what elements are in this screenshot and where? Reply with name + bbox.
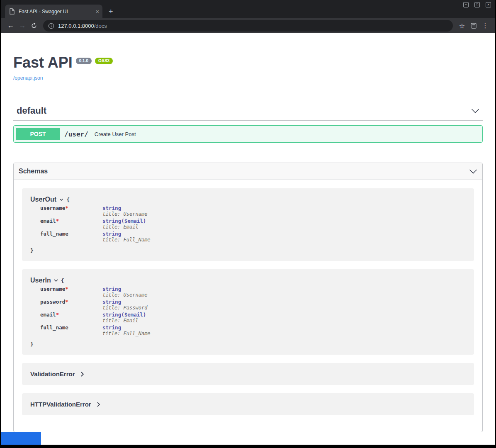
property-row: full_name string title: Full_Name xyxy=(40,231,151,244)
tab-title: Fast API - Swagger UI xyxy=(19,9,93,15)
titlebar: − □ × Fast API - Swagger UI × + xyxy=(1,0,495,18)
schemas-header[interactable]: Schemas xyxy=(14,163,482,180)
property-row: username* string title: Username xyxy=(40,205,151,218)
property-type: string xyxy=(102,205,121,211)
browser-window: − □ × Fast API - Swagger UI × + ← → xyxy=(1,0,495,445)
required-star: * xyxy=(56,312,59,318)
required-star: * xyxy=(65,205,68,211)
model-userin-header[interactable]: UserIn { xyxy=(30,277,466,284)
address-bar[interactable]: 127.0.0.1:8000/docs xyxy=(43,20,453,32)
oas3-badge: OAS3 xyxy=(95,58,113,64)
property-row: email* string($email) title: Email xyxy=(40,218,151,231)
model-properties: username* string title: Username email* … xyxy=(40,205,151,244)
version-badge: 0.1.0 xyxy=(76,58,92,64)
api-header: Fast API0.1.0OAS3 /openapi.json xyxy=(13,54,483,81)
browser-tab[interactable]: Fast API - Swagger UI × xyxy=(5,5,102,18)
model-httpvalidationerror[interactable]: HTTPValidationError xyxy=(22,393,474,415)
forward-icon[interactable]: → xyxy=(17,20,28,32)
property-title: title: Full_Name xyxy=(102,237,151,243)
browser-menu-icon[interactable]: ⋮ xyxy=(479,20,491,32)
property-name: full_name xyxy=(40,231,68,237)
model-userout-header[interactable]: UserOut { xyxy=(30,196,466,203)
property-name: email xyxy=(40,312,56,318)
model-name: UserIn xyxy=(30,277,51,284)
property-format: ($email) xyxy=(121,218,146,224)
site-info-icon[interactable] xyxy=(48,23,54,29)
tag-name: default xyxy=(17,105,46,116)
chevron-down-icon[interactable] xyxy=(469,169,477,174)
model-name: ValidationError xyxy=(30,370,75,377)
status-popup xyxy=(1,432,41,445)
property-title: title: Email xyxy=(102,224,151,230)
minimize-icon[interactable]: − xyxy=(463,2,469,7)
endpoint-path: /user/ xyxy=(64,130,88,138)
close-icon[interactable]: × xyxy=(486,2,491,7)
back-icon[interactable]: ← xyxy=(5,20,17,32)
schemas-title: Schemas xyxy=(19,168,48,175)
reload-icon[interactable] xyxy=(28,20,40,32)
property-type: string xyxy=(102,231,121,237)
bookmark-star-icon[interactable]: ☆ xyxy=(456,20,468,32)
model-name: UserOut xyxy=(30,196,56,203)
window-controls: − □ × xyxy=(463,2,491,7)
property-title: title: Password xyxy=(102,305,151,311)
property-name: full_name xyxy=(40,324,68,331)
schemas-section: Schemas UserOut { xyxy=(13,163,483,432)
new-tab-icon[interactable]: + xyxy=(109,8,113,15)
model-properties: username* string title: Username passwor… xyxy=(40,286,151,338)
side-panel-icon[interactable] xyxy=(468,20,479,32)
property-type: string xyxy=(102,286,121,292)
property-type: string xyxy=(102,324,121,331)
endpoint-summary: Create User Post xyxy=(95,131,136,137)
tag-section-default[interactable]: default xyxy=(13,101,483,121)
chevron-down-icon[interactable] xyxy=(471,109,479,113)
navigation-bar: ← → 127.0.0.1:8000/docs ☆ ⋮ xyxy=(1,18,495,33)
required-star: * xyxy=(56,218,59,224)
required-star: * xyxy=(65,299,68,305)
tab-close-icon[interactable]: × xyxy=(96,9,99,15)
chevron-right-icon[interactable] xyxy=(97,402,100,407)
brace-open: { xyxy=(61,278,64,284)
brace-close: } xyxy=(30,247,466,253)
schemas-body: UserOut { username* string ti xyxy=(14,180,482,432)
tab-strip: Fast API - Swagger UI × + xyxy=(5,5,113,18)
property-row: full_name string title: Full_Name xyxy=(40,325,151,338)
property-name: username xyxy=(40,286,65,292)
url-text: 127.0.0.1:8000/docs xyxy=(58,23,107,29)
property-type: string xyxy=(102,218,121,224)
brace-open: { xyxy=(66,197,70,203)
chevron-down-icon[interactable] xyxy=(59,198,63,201)
property-title: title: Username xyxy=(102,211,151,217)
property-row: username* string title: Username xyxy=(40,286,151,299)
property-name: email xyxy=(40,218,56,224)
property-format: ($email) xyxy=(121,312,146,318)
url-host: 127.0.0.1:8000 xyxy=(58,23,94,29)
endpoint-post-user[interactable]: POST /user/ Create User Post xyxy=(13,125,483,143)
page-icon xyxy=(9,8,15,15)
page-title: Fast API0.1.0OAS3 xyxy=(13,54,483,71)
required-star: * xyxy=(65,286,68,292)
chevron-down-icon[interactable] xyxy=(54,279,58,282)
url-path: /docs xyxy=(94,23,107,29)
model-validationerror[interactable]: ValidationError xyxy=(22,363,474,385)
property-type: string xyxy=(102,299,121,305)
property-row: password* string title: Password xyxy=(40,299,151,312)
property-row: email* string($email) title: Email xyxy=(40,312,151,325)
openapi-spec-link[interactable]: /openapi.json xyxy=(13,75,43,81)
method-badge: POST xyxy=(16,128,60,140)
chevron-right-icon[interactable] xyxy=(81,372,84,377)
model-name: HTTPValidationError xyxy=(30,401,91,408)
brace-close: } xyxy=(30,341,466,347)
property-type: string xyxy=(102,312,121,318)
maximize-icon[interactable]: □ xyxy=(474,2,480,7)
property-name: username xyxy=(40,205,65,211)
api-title-text: Fast API xyxy=(13,54,73,71)
property-title: title: Email xyxy=(102,318,151,324)
page-content: Fast API0.1.0OAS3 /openapi.json default … xyxy=(1,33,495,445)
model-userin: UserIn { username* string tit xyxy=(22,269,474,355)
model-userout: UserOut { username* string ti xyxy=(22,188,474,261)
property-name: password xyxy=(40,299,65,305)
property-title: title: Full_Name xyxy=(102,331,151,336)
property-title: title: Username xyxy=(102,292,151,298)
